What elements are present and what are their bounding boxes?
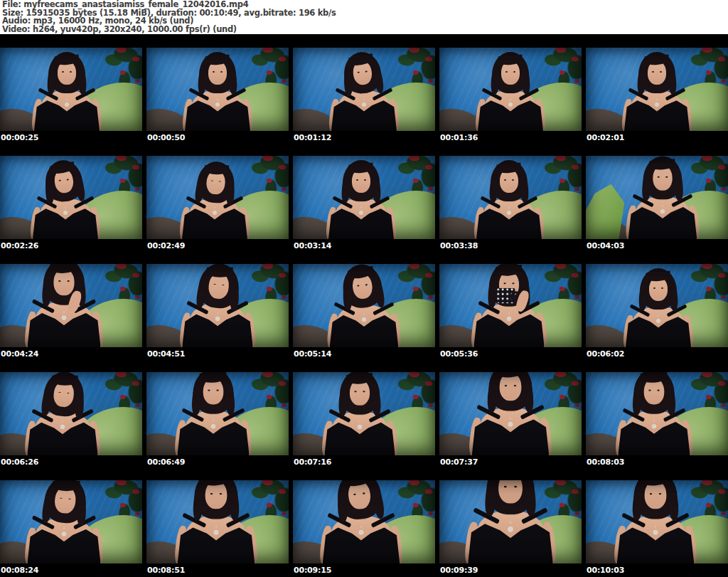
eye [657, 390, 659, 391]
hair-lock [230, 280, 239, 311]
frame-timestamp: 00:01:12 [293, 131, 435, 156]
frame-timestamp: 00:01:36 [439, 131, 582, 156]
head [325, 48, 400, 100]
video-thumbnail: 00:06:02 [586, 264, 728, 372]
hair-fringe [53, 481, 80, 492]
head [178, 264, 259, 314]
pendant-necklace [508, 102, 513, 107]
video-frame [146, 264, 289, 347]
pendant-necklace [211, 424, 216, 429]
head [182, 52, 253, 96]
frame-timestamp: 00:02:26 [0, 239, 142, 264]
video-frame [146, 48, 289, 131]
pendant-necklace [65, 102, 69, 107]
video-frame [0, 372, 142, 455]
hair-fringe [52, 376, 78, 386]
person-figure [321, 372, 398, 455]
video-thumbnail: 00:04:51 [146, 264, 289, 372]
head [321, 372, 398, 418]
person-figure [182, 52, 253, 131]
video-thumbnail: 00:05:36 [439, 264, 582, 372]
person-figure [626, 156, 700, 239]
video-frame [439, 48, 582, 131]
hair-lock [76, 66, 87, 95]
eye [505, 385, 508, 386]
frame-timestamp: 00:08:03 [586, 455, 728, 480]
frame-timestamp: 00:00:25 [0, 131, 142, 156]
video-thumbnail: 00:01:36 [439, 48, 582, 156]
frame-timestamp: 00:07:16 [293, 455, 435, 480]
video-contact-sheet: File: myfreecams_anastasiamiss_female_12… [0, 0, 728, 577]
person-figure [174, 372, 252, 455]
head [626, 156, 700, 202]
person-figure [179, 264, 256, 347]
hair-fringe [205, 165, 229, 174]
video-thumbnail: 00:09:39 [439, 480, 582, 577]
hair-lock [665, 383, 677, 415]
eye [60, 498, 62, 499]
eye [504, 179, 506, 181]
frame-timestamp: 00:07:37 [439, 455, 582, 480]
eye [652, 71, 654, 73]
hair-lock [344, 68, 353, 96]
eye [213, 71, 215, 73]
frame-timestamp: 00:02:01 [586, 131, 728, 156]
eye [70, 71, 72, 73]
frame-timestamp: 00:03:38 [439, 239, 582, 264]
hair-lock [338, 489, 348, 522]
pendant-necklace [359, 211, 363, 215]
frame-timestamp: 00:09:15 [293, 563, 435, 577]
head [464, 480, 557, 518]
eye [513, 71, 515, 73]
media-info-header: File: myfreecams_anastasiamiss_female_12… [0, 0, 728, 34]
eye [211, 180, 213, 181]
person-figure [475, 52, 546, 131]
head [614, 480, 697, 522]
person-figure [24, 480, 104, 563]
video-frame [586, 480, 728, 563]
head [26, 157, 102, 208]
hair-lock [518, 174, 529, 203]
pendant-necklace [507, 211, 511, 215]
pendant-necklace [652, 424, 657, 429]
frame-timestamp: 00:08:24 [0, 563, 142, 577]
video-thumbnail: 00:05:14 [293, 264, 435, 372]
frame-timestamp: 00:04:03 [586, 239, 728, 264]
person-figure [326, 160, 397, 239]
person-figure [473, 160, 545, 239]
hair-lock [75, 388, 84, 419]
video-frame [0, 480, 142, 563]
hair-lock [227, 66, 237, 95]
eye [364, 179, 366, 181]
pendant-necklace [655, 102, 659, 107]
eye [220, 493, 223, 494]
hair-lock [522, 379, 535, 413]
video-thumbnail: 00:08:51 [146, 480, 289, 577]
hair-lock [46, 176, 55, 204]
eye [210, 493, 213, 494]
eye [213, 284, 215, 285]
pendant-necklace [215, 317, 220, 321]
video-frame [293, 264, 435, 347]
video-thumbnail: 00:04:03 [586, 156, 728, 264]
video-frame [293, 48, 435, 131]
eye [62, 71, 64, 73]
eye [514, 486, 517, 488]
video-frame [0, 48, 142, 131]
pendant-necklace [63, 211, 68, 215]
frame-timestamp: 00:06:26 [0, 455, 142, 480]
frame-timestamp: 00:06:49 [146, 455, 289, 480]
video-frame [586, 372, 728, 455]
video-frame [293, 372, 435, 455]
pendant-necklace [213, 530, 218, 535]
person-figure [614, 480, 697, 563]
eye [222, 285, 224, 285]
eye [658, 176, 660, 178]
hair-lock [673, 171, 684, 201]
hair-lock [226, 177, 235, 206]
head [473, 160, 545, 204]
eye [67, 280, 69, 282]
hair-lock [224, 383, 236, 415]
video-frame [0, 264, 142, 347]
person-figure [327, 264, 402, 347]
